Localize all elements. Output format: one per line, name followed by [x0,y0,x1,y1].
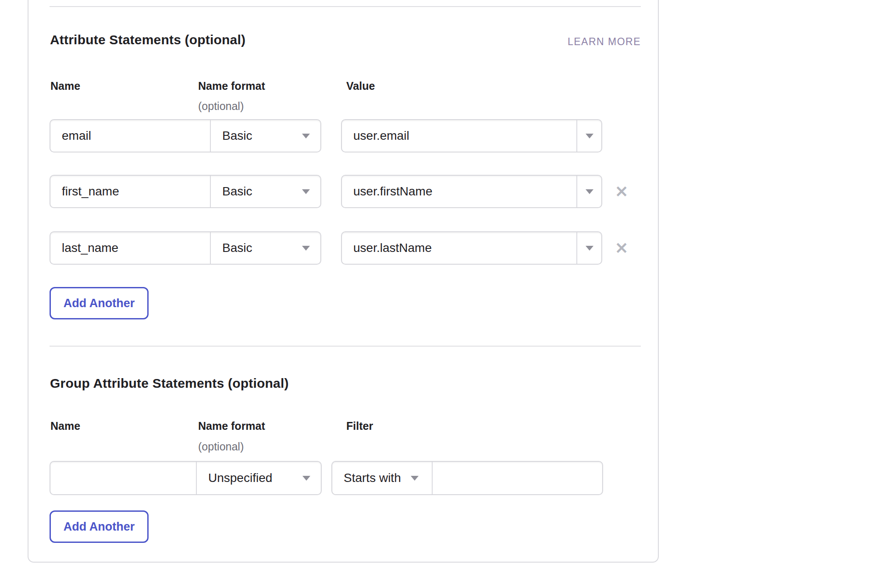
chevron-down-icon [302,476,310,481]
group-name-format-select[interactable]: Unspecified [197,462,321,494]
column-header-name-format-note: (optional) [198,100,244,113]
filter-type-select[interactable]: Starts with [332,462,432,494]
add-group-attribute-button[interactable]: Add Another [50,510,149,543]
attribute-value-input[interactable] [342,120,576,152]
value-select-toggle[interactable] [577,232,601,264]
name-format-selected-value: Basic [222,129,252,143]
chevron-down-icon [302,246,310,251]
remove-attribute-button[interactable]: ✕ [612,182,631,202]
chevron-down-icon [302,134,310,138]
name-format-select[interactable]: Basic [211,120,320,152]
filter-type-selected-value: Starts with [344,471,401,485]
name-format-selected-value: Basic [222,184,252,198]
attribute-value-combobox [341,231,602,265]
attribute-value-combobox [341,119,602,152]
name-format-select[interactable]: Basic [211,176,320,207]
group-column-header-name-format: Name format [198,420,265,432]
chevron-down-icon [302,189,310,194]
name-format-selected-value: Basic [222,241,252,255]
chevron-down-icon [586,189,593,194]
attribute-statements-title: Attribute Statements (optional) [50,32,245,47]
attribute-name-input[interactable] [50,176,210,207]
group-attribute-name-input[interactable] [50,462,196,494]
attribute-value-input[interactable] [342,232,576,264]
attribute-value-input[interactable] [342,176,576,207]
chevron-down-icon [586,134,593,138]
chevron-down-icon [586,246,593,251]
column-header-name: Name [50,80,80,92]
attribute-value-combobox [341,175,602,208]
add-attribute-button[interactable]: Add Another [50,287,149,319]
column-header-value: Value [346,80,375,92]
attribute-row-name-group: Basic [50,119,321,152]
group-filter-group: Starts with [331,461,603,495]
group-attribute-name-group: Unspecified [50,461,322,495]
group-column-header-name-format-note: (optional) [198,440,244,453]
value-select-toggle[interactable] [577,120,601,152]
group-attribute-statements-title: Group Attribute Statements (optional) [50,376,289,391]
group-column-header-filter: Filter [346,420,373,432]
section-divider-middle [50,346,641,347]
name-format-select[interactable]: Basic [211,232,320,264]
section-divider-top [50,6,641,7]
column-header-name-format: Name format [198,80,265,92]
attribute-row-name-group: Basic [50,231,321,265]
filter-value-input[interactable] [433,462,602,494]
remove-attribute-button[interactable]: ✕ [612,239,631,258]
attribute-name-input[interactable] [50,232,210,264]
group-name-format-selected-value: Unspecified [208,471,272,485]
learn-more-link[interactable]: LEARN MORE [568,36,641,48]
attribute-name-input[interactable] [50,120,210,152]
group-column-header-name: Name [50,420,80,432]
value-select-toggle[interactable] [577,176,601,207]
chevron-down-icon [411,476,419,481]
attribute-row-name-group: Basic [50,175,321,208]
